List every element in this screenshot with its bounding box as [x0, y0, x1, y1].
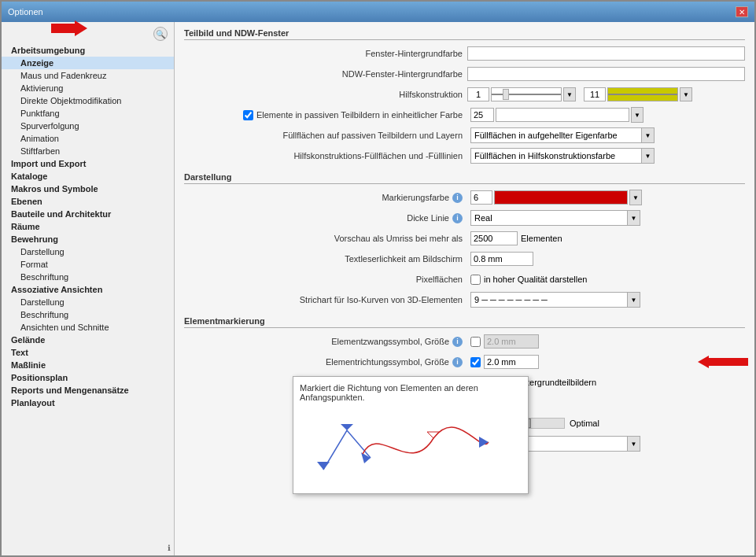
- sidebar-item-ebenen[interactable]: Ebenen: [2, 195, 174, 208]
- markierungsfarbe-val-input[interactable]: [470, 190, 492, 205]
- inner-arrow: [698, 356, 748, 368]
- sidebar-item-beschriftung-bew[interactable]: Beschriftung: [2, 271, 174, 283]
- val25-dropdown-arrow[interactable]: ▼: [628, 436, 640, 452]
- strichart-dropdown-arrow[interactable]: ▼: [628, 292, 640, 308]
- hk-dropdown1-arrow[interactable]: ▼: [563, 87, 576, 101]
- vorschau-label: Vorschau als Umriss bei mehr als: [184, 234, 467, 243]
- sidebar-item-punktfang[interactable]: Punktfang: [2, 107, 174, 120]
- fuellflächen-dropdown-arrow[interactable]: ▼: [642, 127, 655, 143]
- fenster-hintergrundfarbe-colorbox[interactable]: [467, 46, 745, 61]
- zwangssymbol-info-icon[interactable]: i: [452, 337, 463, 347]
- hk-fuellflächen-val: Füllflächen in Hilfskonstruktionsfarbe: [474, 151, 615, 160]
- svg-marker-2: [479, 437, 489, 448]
- sidebar-item-animation[interactable]: Animation: [2, 132, 174, 145]
- sidebar-item-aktivierung[interactable]: Aktivierung: [2, 82, 174, 94]
- title-bar: Optionen ✕: [2, 2, 754, 22]
- search-icon[interactable]: 🔍: [153, 27, 168, 41]
- richtungssymbol-checkbox[interactable]: [470, 357, 481, 367]
- hk-fuellflächen-row: Hilfskonstruktions-Füllflächen und -Füll…: [184, 147, 745, 164]
- sidebar-item-gelände[interactable]: Gelände: [2, 334, 174, 346]
- dicke-linie-val: Real: [474, 213, 492, 223]
- hilfskonstruktion-row: Hilfskonstruktion ▼: [184, 86, 745, 103]
- ndw-fenster-colorbox[interactable]: [467, 67, 745, 81]
- svg-marker-3: [341, 424, 353, 430]
- sidebar-item-beschriftung-ass[interactable]: Beschriftung: [2, 308, 174, 321]
- sidebar-item-stiftfarben[interactable]: Stiftfarben: [2, 145, 174, 157]
- tooltip-canvas: [300, 407, 520, 485]
- sidebar-item-direkte[interactable]: Direkte Objektmodifikation: [2, 94, 174, 107]
- sidebar-item-assoziative[interactable]: Assoziative Ansichten: [2, 283, 174, 296]
- fenster-hintergrundfarbe-row: Fenster-Hintergrundfarbe: [184, 45, 745, 62]
- zwangssymbol-checkbox[interactable]: [470, 337, 481, 347]
- markierungsfarbe-row: Markierungsfarbe i ▼: [184, 189, 745, 206]
- vorschau-unit: Elementen: [521, 234, 562, 243]
- sidebar-item-bauteile[interactable]: Bauteile und Architektur: [2, 208, 174, 220]
- sidebar-item-anzeige[interactable]: Anzeige: [2, 57, 174, 69]
- fuellflächen-row: Füllflächen auf passiven Teilbildern und…: [184, 127, 745, 144]
- hk-fuellflächen-label: Hilfskonstruktions-Füllflächen und -Füll…: [184, 151, 467, 160]
- sidebar-item-maus[interactable]: Maus und Fadenkreuz: [2, 69, 174, 82]
- markierungsfarbe-dropdown-arrow[interactable]: ▼: [629, 190, 642, 205]
- elemente-row: Elemente in passiven Teilbildern in einh…: [184, 106, 745, 124]
- markierungsfarbe-label: Markierungsfarbe: [382, 193, 449, 202]
- sidebar-item-darstellung-bew[interactable]: Darstellung: [2, 245, 174, 258]
- elemente-checkbox[interactable]: [243, 110, 253, 120]
- hk-slider1[interactable]: [503, 89, 509, 100]
- close-button[interactable]: ✕: [736, 6, 748, 17]
- section-darstellung-title: Darstellung: [184, 172, 745, 184]
- sidebar-item-text[interactable]: Text: [2, 346, 174, 359]
- optimal-label: Optimal: [570, 419, 599, 428]
- pixelflächen-row: Pixelflächen in hoher Qualität darstelle…: [184, 271, 745, 288]
- dialog-title: Optionen: [8, 7, 43, 17]
- elemente-dropdown-arrow[interactable]: ▼: [631, 107, 644, 123]
- vorschau-val-input[interactable]: [470, 231, 518, 245]
- sidebar-item-räume[interactable]: Räume: [2, 220, 174, 233]
- options-dialog: Optionen ✕ 🔍 Arbeitsumgebung Anzeige Mau…: [0, 0, 756, 557]
- ndw-fenster-row: NDW-Fenster-Hintergrundfarbe: [184, 65, 745, 83]
- textleserlichkeit-val-input[interactable]: [470, 252, 533, 266]
- fuellflächen-label: Füllflächen auf passiven Teilbildern und…: [184, 131, 467, 140]
- svg-marker-0: [317, 462, 330, 470]
- elemente-label: Elemente in passiven Teilbildern in einh…: [256, 110, 463, 120]
- sidebar-search-area: 🔍: [2, 25, 174, 44]
- markierungsfarbe-info-icon[interactable]: i: [452, 193, 463, 203]
- richtungssymbol-val-input[interactable]: [484, 355, 539, 369]
- sidebar-bottom-icon: ℹ: [168, 543, 171, 552]
- sidebar: 🔍 Arbeitsumgebung Anzeige Maus und Faden…: [2, 22, 175, 555]
- sidebar-item-positionsplan[interactable]: Positionsplan: [2, 371, 174, 384]
- sidebar-item-darstellung-ass[interactable]: Darstellung: [2, 296, 174, 308]
- sidebar-item-import[interactable]: Import und Export: [2, 157, 174, 170]
- sidebar-item-kataloge[interactable]: Kataloge: [2, 170, 174, 183]
- dicke-linie-dropdown-arrow[interactable]: ▼: [628, 210, 640, 226]
- sidebar-item-bewehrung[interactable]: Bewehrung: [2, 233, 174, 245]
- sidebar-item-maßlinie[interactable]: Maßlinie: [2, 359, 174, 371]
- hk-num2-input[interactable]: [584, 87, 606, 101]
- textleserlichkeit-label: Textleserlichkeit am Bildschirm: [184, 254, 467, 264]
- dicke-linie-info-icon[interactable]: i: [452, 213, 463, 223]
- zwangssymbol-val-input[interactable]: [484, 334, 539, 349]
- hilfskonstruktion-label: Hilfskonstruktion: [184, 90, 467, 99]
- sidebar-item-arbeitsumgebung[interactable]: Arbeitsumgebung: [2, 44, 174, 57]
- sidebar-item-ansichten[interactable]: Ansichten und Schnitte: [2, 321, 174, 334]
- zwangssymbol-label: Elementzwangssymbol, Größe: [331, 337, 449, 346]
- fuellflächen-val: Füllflächen in aufgehellter Eigenfarbe: [474, 131, 618, 140]
- sidebar-item-spurverfolgung[interactable]: Spurverfolgung: [2, 120, 174, 132]
- external-arrow: [51, 20, 87, 36]
- hk-num1-input[interactable]: [467, 87, 489, 101]
- sidebar-item-format[interactable]: Format: [2, 258, 174, 271]
- elemente-val-input[interactable]: [470, 108, 494, 122]
- hk-dropdown2-arrow[interactable]: ▼: [680, 87, 692, 101]
- ndw-fenster-label: NDW-Fenster-Hintergrundfarbe: [184, 69, 467, 79]
- markierungsfarbe-colorbox[interactable]: [494, 190, 628, 205]
- svg-marker-1: [361, 452, 371, 463]
- pixelflächen-checkbox[interactable]: [470, 275, 481, 285]
- sidebar-item-reports[interactable]: Reports und Mengenansätze: [2, 384, 174, 397]
- strichart-row: Strichart für Iso-Kurven von 3D-Elemente…: [184, 291, 745, 308]
- fenster-hintergrundfarbe-label: Fenster-Hintergrundfarbe: [184, 49, 467, 58]
- richtungssymbol-info-icon[interactable]: i: [452, 357, 463, 367]
- textleserlichkeit-row: Textleserlichkeit am Bildschirm: [184, 250, 745, 267]
- dicke-linie-label: Dicke Linie: [407, 213, 449, 223]
- sidebar-item-makros[interactable]: Makros und Symbole: [2, 183, 174, 195]
- hk-fuellflächen-dropdown-arrow[interactable]: ▼: [642, 148, 655, 164]
- sidebar-item-planlayout[interactable]: Planlayout: [2, 397, 174, 409]
